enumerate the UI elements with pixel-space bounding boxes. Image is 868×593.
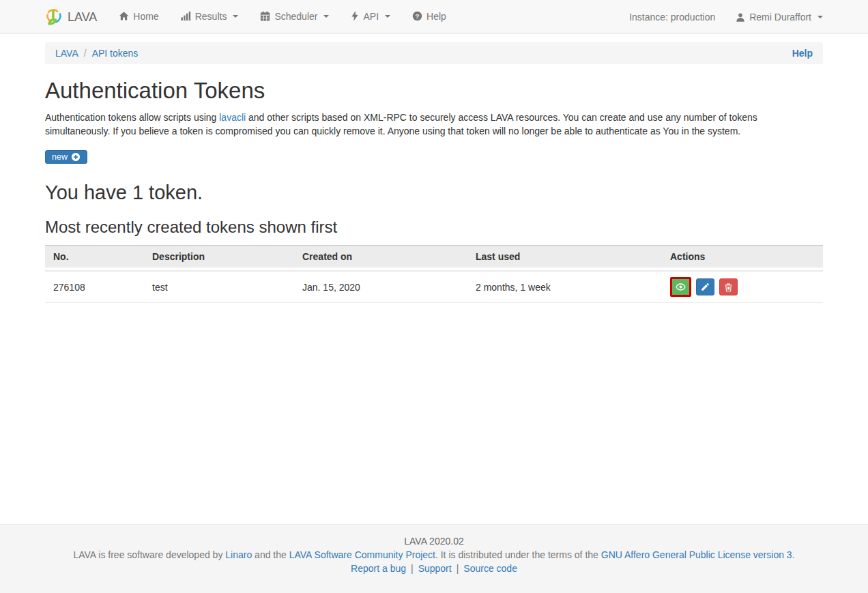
chevron-down-icon	[323, 15, 329, 18]
lavacli-link[interactable]: lavacli	[219, 112, 246, 123]
edit-token-button[interactable]	[696, 278, 714, 295]
footer-license-line: LAVA is free software developed by Linar…	[45, 548, 823, 562]
column-header-last-used: Last used	[467, 245, 662, 270]
home-icon	[119, 11, 129, 21]
svg-text:?: ?	[416, 12, 420, 20]
breadcrumb-link-lava[interactable]: LAVA	[55, 48, 78, 59]
bar-chart-icon	[181, 11, 191, 21]
breadcrumb: LAVA / API tokens Help	[45, 42, 823, 64]
footer-text: and the	[252, 549, 289, 560]
plus-circle-icon	[71, 152, 81, 162]
nav-item-label: Help	[426, 11, 446, 22]
nav-item-api[interactable]: API	[351, 11, 390, 22]
footer-separator: |	[457, 563, 459, 574]
breadcrumb-link-api-tokens[interactable]: API tokens	[92, 48, 139, 59]
nav-item-scheduler[interactable]: Scheduler	[260, 11, 329, 22]
chevron-down-icon	[233, 15, 238, 18]
footer-text: . It is distributed under the terms of t…	[435, 549, 601, 560]
pencil-icon	[701, 283, 710, 291]
linaro-link[interactable]: Linaro	[225, 549, 252, 560]
main-nav: Home Results Scheduler	[97, 11, 446, 24]
new-token-button-label: new	[52, 152, 68, 162]
brand-link[interactable]: LAVA	[45, 8, 97, 27]
gnu-license-link[interactable]: GNU Affero General Public License versio…	[601, 549, 792, 560]
nav-item-label: Results	[195, 11, 227, 22]
tokens-table-header: No. Description Created on Last used Act…	[45, 245, 823, 270]
eye-icon	[676, 282, 686, 292]
chevron-down-icon	[818, 16, 823, 18]
footer-text: LAVA is free software developed by	[73, 549, 225, 560]
tokens-table: No. Description Created on Last used Act…	[45, 245, 823, 303]
support-link[interactable]: Support	[418, 563, 452, 574]
user-menu[interactable]: Remi Duraffort	[736, 12, 823, 23]
nav-item-help[interactable]: ? Help	[412, 11, 446, 22]
lava-community-link[interactable]: LAVA Software Community Project	[289, 549, 435, 560]
column-header-created-on: Created on	[294, 245, 467, 270]
main-content: LAVA / API tokens Help Authentication To…	[0, 34, 868, 524]
help-link[interactable]: Help	[792, 48, 813, 59]
token-created-cell: Jan. 15, 2020	[294, 270, 467, 303]
footer-text: .	[792, 549, 795, 560]
user-icon	[736, 12, 745, 23]
nav-item-label: Scheduler	[274, 11, 317, 22]
view-token-button[interactable]	[670, 277, 691, 297]
intro-text-before: Authentication tokens allow scripts usin…	[45, 112, 219, 123]
lava-logo-icon	[45, 8, 63, 27]
footer-version: LAVA 2020.02	[45, 534, 823, 548]
nav-item-results[interactable]: Results	[181, 11, 239, 22]
token-actions-cell	[662, 270, 823, 303]
calendar-icon	[260, 11, 270, 21]
table-row: 276108 test Jan. 15, 2020 2 months, 1 we…	[45, 270, 823, 303]
column-header-actions: Actions	[662, 245, 823, 270]
brand-label: LAVA	[68, 10, 97, 25]
source-code-link[interactable]: Source code	[463, 563, 517, 574]
nav-item-label: API	[363, 11, 379, 22]
chevron-down-icon	[385, 15, 390, 18]
nav-item-label: Home	[133, 11, 158, 22]
token-count-heading: You have 1 token.	[45, 182, 823, 204]
footer-separator: |	[411, 563, 414, 574]
page-title: Authentication Tokens	[45, 78, 823, 104]
column-header-no: No.	[45, 245, 144, 270]
user-name-label: Remi Duraffort	[749, 12, 811, 23]
token-description-cell: test	[144, 270, 294, 303]
breadcrumb-separator: /	[84, 48, 87, 59]
token-last-used-cell: 2 months, 1 week	[467, 270, 662, 303]
intro-paragraph: Authentication tokens allow scripts usin…	[45, 111, 823, 138]
bolt-icon	[351, 11, 359, 21]
report-bug-link[interactable]: Report a bug	[351, 563, 406, 574]
delete-token-button[interactable]	[719, 278, 738, 295]
token-no-cell: 276108	[45, 270, 144, 303]
instance-label: Instance: production	[629, 12, 715, 23]
tokens-subheading: Most recently created tokens shown first	[45, 218, 823, 237]
nav-item-home[interactable]: Home	[119, 11, 158, 22]
question-circle-icon: ?	[412, 11, 422, 21]
page-footer: LAVA 2020.02 LAVA is free software devel…	[0, 524, 868, 593]
new-token-button[interactable]: new	[45, 150, 87, 164]
column-header-description: Description	[144, 245, 294, 270]
footer-links-line: Report a bug|Support|Source code	[45, 562, 823, 575]
navbar: LAVA Home Results	[0, 0, 868, 34]
trash-icon	[724, 283, 733, 292]
